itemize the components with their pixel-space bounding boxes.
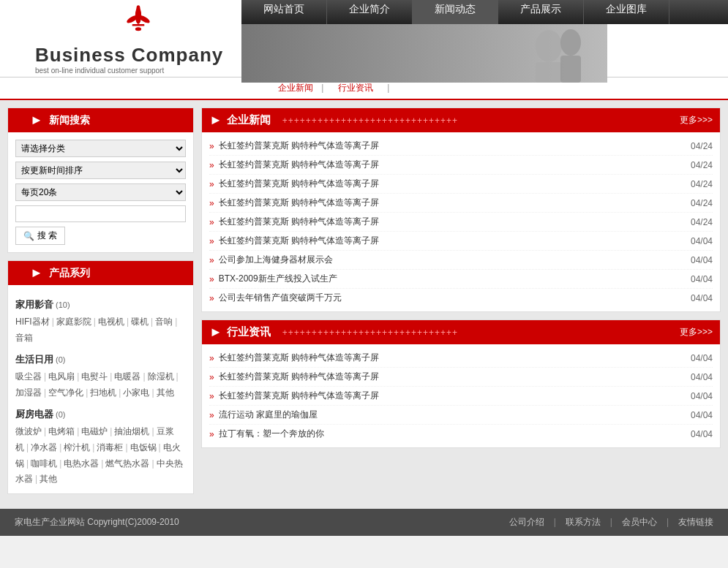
- product-link-扫地机[interactable]: 扫地机: [90, 387, 116, 398]
- product-link-消毒柜[interactable]: 消毒柜: [97, 442, 123, 452]
- industry-news-item: » 长虹签约普莱克斯 购特种气体造等离子屏 04/04: [209, 368, 713, 387]
- industry-news-link-0[interactable]: 长虹签约普莱克斯 购特种气体造等离子屏: [219, 352, 683, 364]
- news-bullet: »: [209, 293, 214, 303]
- industry-news-list: » 长虹签约普莱克斯 购特种气体造等离子屏 04/04 » 长虹签约普莱克斯 购…: [202, 344, 720, 447]
- nav-item-产品展示[interactable]: 产品展示: [498, 0, 584, 24]
- footer-link-联系方法[interactable]: 联系方法: [566, 516, 601, 529]
- product-series-title: ► 产品系列: [8, 261, 193, 285]
- perpage-select[interactable]: 每页20条: [15, 183, 186, 201]
- enterprise-news-item: » 长虹签约普莱克斯 购特种气体造等离子屏 04/24: [209, 156, 713, 175]
- enterprise-news-item: » 公司参加上海健身器材展示会 04/04: [209, 251, 713, 270]
- subnav-行业资讯[interactable]: 行业资讯: [338, 83, 373, 93]
- enterprise-news-date-7: 04/04: [691, 274, 713, 284]
- enterprise-news-dots: ++++++++++++++++++++++++++++++: [282, 116, 675, 126]
- enterprise-news-link-4[interactable]: 长虹签约普莱克斯 购特种气体造等离子屏: [219, 216, 683, 228]
- nav-item-企业简介[interactable]: 企业简介: [327, 0, 413, 24]
- industry-news-date-4: 04/04: [691, 429, 713, 439]
- enterprise-news-link-2[interactable]: 长虹签约普莱克斯 购特种气体造等离子屏: [219, 178, 683, 190]
- industry-news-link-3[interactable]: 流行运动 家庭里的瑜伽屋: [219, 409, 683, 421]
- separator: |: [110, 371, 112, 382]
- logo-area: Business Company best on-line individual…: [0, 2, 241, 75]
- nav-item-新闻动态[interactable]: 新闻动态: [413, 0, 498, 24]
- industry-news-link-1[interactable]: 长虹签约普莱克斯 购特种气体造等离子屏: [219, 371, 683, 383]
- enterprise-news-link-3[interactable]: 长虹签约普莱克斯 购特种气体造等离子屏: [219, 197, 683, 209]
- search-btn-label: 搜 索: [37, 230, 57, 242]
- separator: |: [110, 426, 112, 436]
- footer-separator: |: [554, 517, 556, 527]
- separator: |: [101, 458, 103, 469]
- product-arrow: ►: [30, 265, 43, 281]
- nav-item-网站首页[interactable]: 网站首页: [241, 0, 327, 24]
- product-link-电烤箱[interactable]: 电烤箱: [48, 426, 75, 436]
- product-link-电熨斗[interactable]: 电熨斗: [81, 371, 108, 382]
- separator: |: [77, 426, 79, 436]
- product-link-微波炉[interactable]: 微波炉: [15, 426, 42, 436]
- footer-link-会员中心[interactable]: 会员中心: [622, 516, 657, 529]
- product-link-小家电[interactable]: 小家电: [123, 387, 149, 398]
- enterprise-news-link-5[interactable]: 长虹签约普莱克斯 购特种气体造等离子屏: [219, 235, 683, 247]
- search-button[interactable]: 🔍 搜 索: [15, 227, 65, 245]
- subnav-企业新闻[interactable]: 企业新闻: [278, 83, 313, 93]
- product-link-碟机[interactable]: 碟机: [131, 317, 149, 327]
- product-category-家用影音: 家用影音 (10): [15, 298, 186, 311]
- product-link-音响[interactable]: 音响: [155, 317, 173, 327]
- enterprise-news-link-8[interactable]: 公司去年销售产值突破两千万元: [219, 292, 683, 304]
- product-link-空气净化[interactable]: 空气净化: [48, 387, 83, 398]
- product-link-除湿机[interactable]: 除湿机: [148, 371, 174, 382]
- news-bullet: »: [209, 429, 214, 439]
- product-link-净水器[interactable]: 净水器: [31, 442, 57, 452]
- enterprise-news-date-1: 04/24: [691, 160, 713, 170]
- industry-news-section: ► 行业资讯 ++++++++++++++++++++++++++++++ 更多…: [201, 319, 721, 448]
- footer-link-公司介绍[interactable]: 公司介绍: [509, 516, 544, 529]
- product-link-电风扇[interactable]: 电风扇: [48, 371, 75, 382]
- nav-item-企业图库[interactable]: 企业图库: [584, 0, 669, 24]
- product-link-电视机[interactable]: 电视机: [98, 317, 124, 327]
- main-content: ► 新闻搜索 请选择分类 按更新时间排序 每页20条 🔍 搜 索: [0, 100, 728, 509]
- search-input[interactable]: [15, 205, 186, 222]
- product-link-电热水器[interactable]: 电热水器: [64, 458, 99, 469]
- news-bullet: »: [209, 391, 214, 401]
- enterprise-news-link-0[interactable]: 长虹签约普莱克斯 购特种气体造等离子屏: [219, 140, 683, 152]
- product-link-加湿器[interactable]: 加湿器: [15, 387, 42, 398]
- enterprise-news-date-2: 04/24: [691, 179, 713, 189]
- industry-news-link-2[interactable]: 长虹签约普莱克斯 购特种气体造等离子屏: [219, 390, 683, 402]
- product-link-家庭影院[interactable]: 家庭影院: [56, 317, 91, 327]
- product-links-生活日用: 吸尘器|电风扇|电熨斗|电暖器|除湿机|加湿器|空气净化|扫地机|小家电|其他: [15, 369, 186, 401]
- enterprise-news-item: » 长虹签约普莱克斯 购特种气体造等离子屏 04/24: [209, 175, 713, 194]
- industry-news-more[interactable]: 更多>>>: [680, 326, 713, 338]
- news-search-label: 新闻搜索: [49, 114, 90, 127]
- product-link-咖啡机[interactable]: 咖啡机: [31, 458, 57, 469]
- product-link-电磁炉[interactable]: 电磁炉: [81, 426, 108, 436]
- separator: |: [94, 317, 96, 327]
- product-link-燃气热水器[interactable]: 燃气热水器: [105, 458, 149, 469]
- enterprise-news-link-6[interactable]: 公司参加上海健身器材展示会: [219, 254, 683, 266]
- product-series-section: ► 产品系列 家用影音 (10)HIFI器材|家庭影院|电视机|碟机|音响|音箱…: [7, 260, 194, 494]
- product-link-榨汁机[interactable]: 榨汁机: [64, 442, 90, 452]
- enterprise-news-link-7[interactable]: BTX-2009新生产线投入试生产: [219, 273, 683, 285]
- separator: |: [151, 387, 154, 398]
- footer-link-友情链接[interactable]: 友情链接: [678, 516, 713, 529]
- product-link-HIFI器材[interactable]: HIFI器材: [15, 317, 50, 327]
- product-link-抽油烟机[interactable]: 抽油烟机: [114, 426, 149, 436]
- product-link-电饭锅[interactable]: 电饭锅: [130, 442, 157, 452]
- content-area: ► 企业新闻 ++++++++++++++++++++++++++++++ 更多…: [201, 107, 721, 501]
- footer-links: 公司介绍|联系方法|会员中心|友情链接: [509, 516, 713, 529]
- industry-news-link-4[interactable]: 拉丁有氧：塑一个奔放的你: [219, 428, 683, 440]
- svg-rect-10: [536, 62, 562, 83]
- enterprise-news-date-0: 04/24: [691, 141, 713, 151]
- product-link-其他[interactable]: 其他: [157, 387, 174, 398]
- separator: |: [151, 317, 153, 327]
- sort-select[interactable]: 按更新时间排序: [15, 162, 186, 179]
- product-link-其他[interactable]: 其他: [40, 474, 57, 484]
- product-title-label: 产品系列: [49, 267, 90, 280]
- footer-separator: |: [610, 517, 612, 527]
- category-select[interactable]: 请选择分类: [15, 140, 186, 157]
- separator: |: [92, 442, 94, 452]
- enterprise-news-link-1[interactable]: 长虹签约普莱克斯 购特种气体造等离子屏: [219, 159, 683, 171]
- enterprise-news-date-8: 04/04: [691, 293, 713, 303]
- enterprise-news-more[interactable]: 更多>>>: [680, 114, 713, 126]
- separator: |: [143, 371, 145, 382]
- product-link-音箱[interactable]: 音箱: [15, 333, 33, 343]
- product-link-电暖器[interactable]: 电暖器: [114, 371, 140, 382]
- product-link-吸尘器[interactable]: 吸尘器: [15, 371, 42, 382]
